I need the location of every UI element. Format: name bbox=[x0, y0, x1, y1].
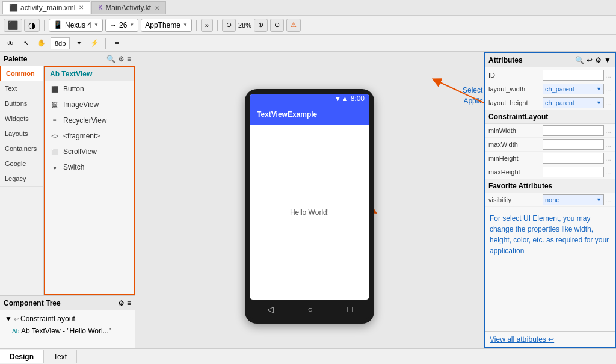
constraint-btn[interactable]: ✦ bbox=[72, 37, 85, 49]
bottom-tab-text[interactable]: Text bbox=[44, 350, 77, 363]
device-icon: 📱 bbox=[53, 20, 63, 29]
attr-row-id: ID … bbox=[485, 69, 615, 82]
attr-row-layout-width: layout_width ch_parent ▼ … bbox=[485, 82, 615, 96]
magic-btn[interactable]: ⚡ bbox=[88, 37, 101, 49]
attr-back-icon[interactable]: ↩ bbox=[587, 56, 593, 64]
attr-height-select[interactable]: ch_parent ▼ bbox=[543, 97, 604, 108]
palette-section: Palette 🔍 ⚙ ≡ Common Text Buttons Widget… bbox=[0, 52, 135, 295]
theme-selector[interactable]: AppTheme ▼ bbox=[141, 19, 192, 32]
secondary-toolbar: 👁 ↖ ✋ 8dp ✦ ⚡ ≡ bbox=[0, 35, 616, 52]
zoom-fit-btn[interactable]: ⊙ bbox=[270, 19, 284, 32]
ct-expand-icon: ▼ bbox=[5, 315, 14, 323]
orient-group: ⬛ ◑ bbox=[4, 19, 40, 32]
hand-btn[interactable]: ✋ bbox=[35, 37, 48, 49]
zoom-out-btn[interactable]: ⊖ bbox=[222, 19, 236, 32]
eye-btn[interactable]: 👁 bbox=[4, 37, 17, 49]
attr-footer: View all attributes ↩ bbox=[485, 331, 615, 347]
palette-item-recyclerview[interactable]: ≡ RecyclerView bbox=[45, 113, 134, 128]
recent-btn[interactable]: □ bbox=[347, 304, 352, 314]
attr-width-label: layout_width bbox=[488, 85, 543, 93]
tab-close-activity[interactable]: ✕ bbox=[79, 4, 84, 11]
attr-row-minwidth: minWidth … bbox=[485, 124, 615, 138]
home-btn[interactable]: ○ bbox=[308, 304, 313, 314]
back-btn[interactable]: ◁ bbox=[267, 304, 274, 314]
palette-title: Palette bbox=[4, 55, 27, 63]
attr-minwidth-input[interactable] bbox=[543, 125, 604, 136]
attr-minwidth-dots[interactable]: … bbox=[605, 128, 611, 134]
palette-cat-text[interactable]: Text bbox=[0, 81, 43, 96]
attr-row-minheight: minHeight … bbox=[485, 152, 615, 165]
attr-id-dots[interactable]: … bbox=[605, 72, 611, 79]
attr-height-dots[interactable]: … bbox=[605, 100, 611, 106]
phone-content: Hello World! bbox=[250, 125, 369, 300]
attr-minheight-dots[interactable]: … bbox=[605, 155, 611, 162]
palette-item-button[interactable]: ⬛ Button bbox=[45, 81, 134, 97]
attr-row-visibility: visibility none ▼ … bbox=[485, 193, 615, 207]
device-selector[interactable]: 📱 Nexus 4 ▼ bbox=[49, 19, 103, 32]
attr-search-icon[interactable]: 🔍 bbox=[575, 56, 584, 64]
attr-visibility-select[interactable]: none ▼ bbox=[543, 194, 604, 205]
attr-maxwidth-dots[interactable]: … bbox=[605, 141, 611, 148]
palette-item-imageview[interactable]: 🖼 ImageView bbox=[45, 97, 134, 113]
tab-close-mainactivity[interactable]: ✕ bbox=[155, 5, 159, 11]
padding-input[interactable]: 8dp bbox=[51, 37, 70, 49]
ct-item-textview[interactable]: Ab Ab TextView - "Hello Worl..." bbox=[2, 325, 132, 337]
ct-header-icons: ⚙ ≡ bbox=[118, 299, 131, 307]
attr-width-select[interactable]: ch_parent ▼ bbox=[543, 84, 604, 94]
palette-cat-widgets[interactable]: Widgets bbox=[0, 111, 43, 126]
component-tree-section: Component Tree ⚙ ≡ ▼ ↩ ConstraintLayout … bbox=[0, 295, 135, 348]
attr-maxheight-input[interactable] bbox=[543, 167, 604, 177]
zoom-label: 28% bbox=[238, 22, 251, 29]
attr-maxwidth-label: maxWidth bbox=[488, 141, 543, 148]
palette-cat-google[interactable]: Google bbox=[0, 156, 43, 171]
zoom-in-btn[interactable]: ⊕ bbox=[254, 19, 268, 32]
sep1 bbox=[44, 20, 45, 31]
phone-screen: ▼▲ 8:00 TextViewExample Hello World! bbox=[250, 94, 369, 300]
attr-menu-icon[interactable]: ▼ bbox=[604, 56, 611, 64]
warn-btn[interactable]: ⚠ bbox=[286, 19, 301, 32]
cursor-btn[interactable]: ↖ bbox=[19, 37, 32, 49]
palette-cat-common[interactable]: Common bbox=[0, 66, 43, 81]
device-annotation: Select Device, API, Application Theme bbox=[439, 85, 484, 106]
attr-settings-icon[interactable]: ⚙ bbox=[595, 56, 602, 64]
settings-icon[interactable]: ⚙ bbox=[118, 55, 125, 63]
attr-visibility-dots[interactable]: … bbox=[605, 197, 611, 203]
view-all-link[interactable]: View all attributes ↩ bbox=[490, 335, 610, 344]
palette-item-switch[interactable]: ● Switch bbox=[45, 159, 134, 175]
extra-btn[interactable]: » bbox=[201, 19, 213, 32]
kt-icon: K bbox=[98, 4, 103, 12]
menu-icon[interactable]: ≡ bbox=[127, 55, 131, 63]
width-arrow: ▼ bbox=[596, 86, 602, 92]
tab-bar: ⬛ activity_main.xml ✕ K MainActivity.kt … bbox=[0, 0, 616, 16]
api-selector[interactable]: → 26 ▼ bbox=[105, 19, 138, 32]
attr-id-input[interactable] bbox=[543, 70, 604, 81]
ct-menu-icon[interactable]: ≡ bbox=[127, 299, 131, 307]
sep2 bbox=[196, 20, 197, 31]
tab-activity-main[interactable]: ⬛ activity_main.xml ✕ bbox=[2, 1, 90, 14]
attr-maxheight-dots[interactable]: … bbox=[605, 169, 611, 176]
ct-settings-icon[interactable]: ⚙ bbox=[118, 299, 125, 307]
palette-cat-buttons[interactable]: Buttons bbox=[0, 96, 43, 111]
attr-id-value bbox=[543, 70, 604, 81]
align-btn[interactable]: ≡ bbox=[110, 37, 123, 49]
attr-width-dots[interactable]: … bbox=[605, 86, 611, 93]
palette-item-fragment[interactable]: <> <fragment> bbox=[45, 128, 134, 144]
search-icon[interactable]: 🔍 bbox=[106, 55, 116, 63]
attr-maxwidth-input[interactable] bbox=[543, 139, 604, 150]
palette-header: Palette 🔍 ⚙ ≡ bbox=[0, 52, 135, 66]
orient2-btn[interactable]: ◑ bbox=[24, 19, 40, 32]
bottom-tab-design[interactable]: Design bbox=[0, 350, 44, 363]
ct-title: Component Tree bbox=[4, 299, 61, 307]
attr-section-favorite: Favorite Attributes bbox=[485, 179, 615, 193]
fragment-icon: <> bbox=[50, 131, 60, 141]
palette-item-scrollview[interactable]: ⬜ ScrollView bbox=[45, 144, 134, 159]
palette-cat-layouts[interactable]: Layouts bbox=[0, 126, 43, 141]
palette-cat-containers[interactable]: Containers bbox=[0, 141, 43, 156]
attr-header-icons: 🔍 ↩ ⚙ ▼ bbox=[575, 56, 611, 64]
palette-cat-legacy[interactable]: Legacy bbox=[0, 171, 43, 187]
attr-minheight-input[interactable] bbox=[543, 153, 604, 164]
tab-mainactivity[interactable]: K MainActivity.kt ✕ bbox=[91, 1, 166, 14]
orient-btn[interactable]: ⬛ bbox=[4, 19, 22, 32]
ct-item-constraintlayout[interactable]: ▼ ↩ ConstraintLayout bbox=[2, 313, 132, 325]
sep3 bbox=[217, 20, 218, 31]
